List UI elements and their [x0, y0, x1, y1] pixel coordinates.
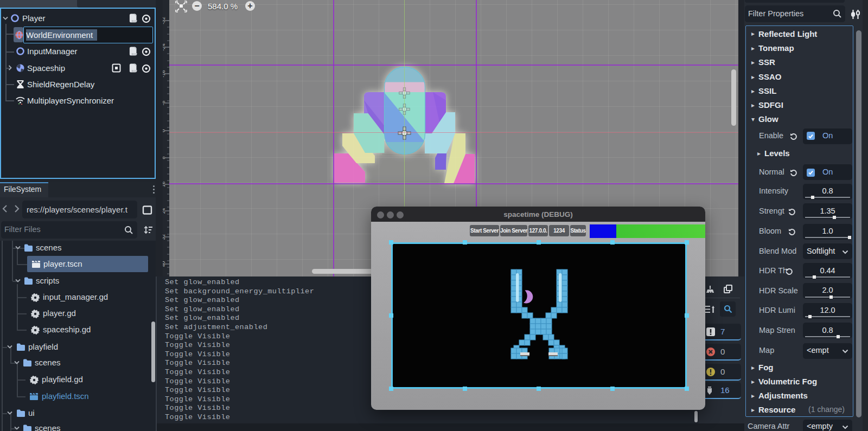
svg-text:0: 0	[163, 129, 166, 132]
svg-text:24: 24	[163, 208, 166, 214]
svg-text:-32: -32	[163, 17, 166, 24]
svg-text:-16: -16	[163, 70, 166, 78]
svg-text:-24: -24	[163, 43, 166, 51]
svg-text:32: 32	[163, 234, 166, 240]
svg-text:16: 16	[163, 182, 166, 188]
svg-text:40: 40	[163, 261, 166, 267]
svg-text:8: 8	[163, 156, 166, 159]
svg-text:-8: -8	[163, 101, 166, 105]
